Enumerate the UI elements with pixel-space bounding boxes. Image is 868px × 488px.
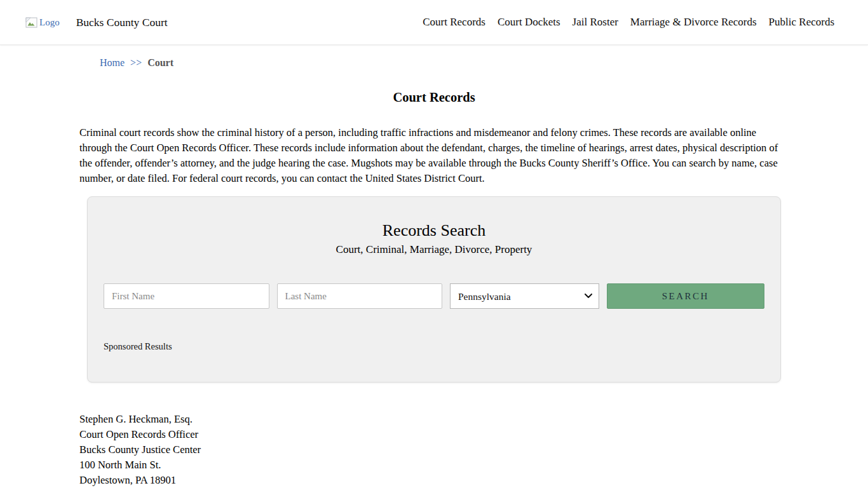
nav-item-public-records[interactable]: Public Records — [769, 16, 834, 29]
sponsored-results-label: Sponsored Results — [104, 341, 764, 352]
search-form: Pennsylvania SEARCH — [104, 283, 764, 309]
footer-address-line: Court Open Records Officer — [79, 427, 789, 442]
nav-item-court-dockets[interactable]: Court Dockets — [498, 16, 560, 29]
first-name-input[interactable] — [104, 283, 269, 309]
state-select-wrap: Pennsylvania — [450, 283, 599, 309]
logo-link[interactable]: Logo — [25, 17, 60, 28]
footer-address: Stephen G. Heckman, Esq. Court Open Reco… — [79, 412, 789, 488]
footer-address-line: Bucks County Justice Center — [79, 442, 789, 458]
records-search-title: Records Search — [104, 221, 764, 240]
page-title: Court Records — [0, 90, 868, 105]
records-search-subtitle: Court, Criminal, Marriage, Divorce, Prop… — [104, 243, 764, 257]
main-nav: Court Records Court Dockets Jail Roster … — [423, 16, 834, 29]
site-title: Bucks County Court — [76, 16, 168, 29]
brand: Logo Bucks County Court — [25, 16, 168, 29]
nav-item-court-records[interactable]: Court Records — [423, 16, 485, 29]
header: Logo Bucks County Court Court Records Co… — [0, 0, 868, 45]
breadcrumb-home-link[interactable]: Home — [100, 57, 125, 68]
logo-broken-image-icon — [25, 17, 37, 28]
state-select[interactable]: Pennsylvania — [450, 283, 599, 309]
breadcrumb-current: Court — [147, 57, 173, 68]
logo-alt-text: Logo — [39, 17, 60, 28]
breadcrumb: Home>>Court — [100, 57, 868, 69]
page: Logo Bucks County Court Court Records Co… — [0, 0, 868, 488]
last-name-input[interactable] — [277, 283, 443, 309]
nav-item-jail-roster[interactable]: Jail Roster — [573, 16, 618, 29]
footer-address-line: 100 North Main St. — [79, 458, 789, 473]
breadcrumb-separator: >> — [130, 57, 142, 68]
nav-item-marriage-divorce-records[interactable]: Marriage & Divorce Records — [630, 16, 757, 29]
records-search-panel: Records Search Court, Criminal, Marriage… — [87, 196, 781, 383]
footer-address-line: Stephen G. Heckman, Esq. — [79, 412, 789, 427]
intro-paragraph: Criminal court records show the criminal… — [79, 125, 789, 186]
search-button[interactable]: SEARCH — [607, 283, 765, 309]
footer-address-line: Doylestown, PA 18901 — [79, 473, 789, 488]
